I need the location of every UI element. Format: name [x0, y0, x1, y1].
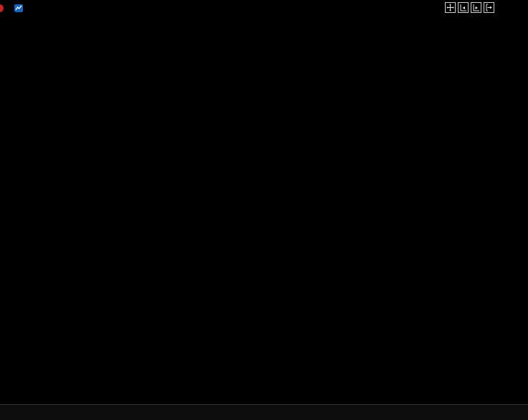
- chart-canvas[interactable]: [0, 0, 528, 420]
- macd-header: [5, 257, 28, 267]
- time-axis[interactable]: [0, 404, 528, 420]
- range-play-icon[interactable]: [471, 2, 481, 13]
- rsi-header: [5, 337, 28, 347]
- toolbar: [0, 0, 528, 16]
- pan-icon[interactable]: [445, 2, 456, 13]
- toolbar-buttons: [445, 2, 494, 13]
- range-left-icon[interactable]: [458, 2, 469, 13]
- chart-logo-icon: [14, 4, 24, 13]
- clipped-red-dot-icon: [0, 4, 4, 12]
- exit-icon[interactable]: [484, 2, 494, 13]
- chart-app: [0, 0, 528, 420]
